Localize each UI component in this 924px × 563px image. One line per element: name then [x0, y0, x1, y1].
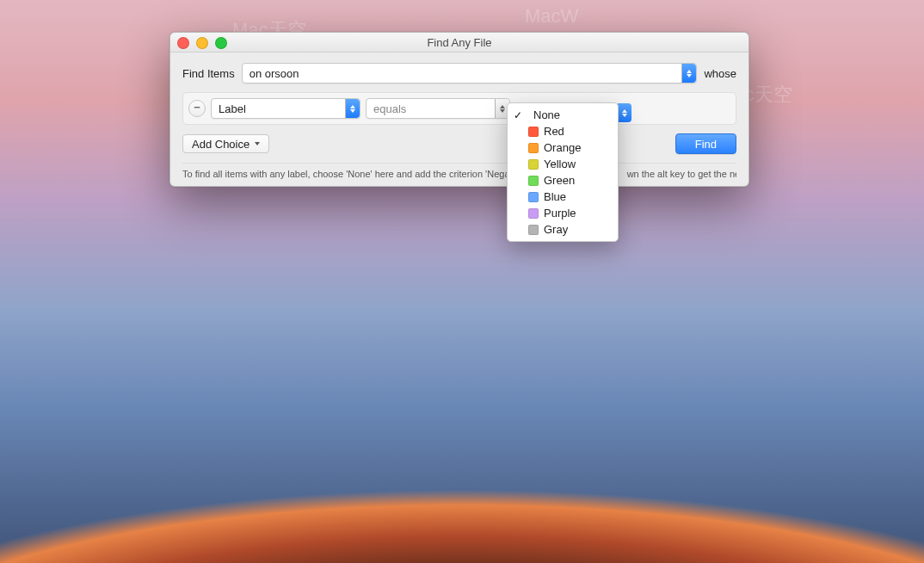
label-menu-item-red[interactable]: Red	[508, 123, 618, 139]
label-menu-item-green[interactable]: Green	[508, 172, 618, 189]
stepper-icon	[345, 99, 360, 118]
location-popup[interactable]: on orsoon	[242, 63, 698, 84]
criterion-row: − Label equals	[188, 98, 730, 119]
color-swatch	[528, 225, 539, 235]
checkmark-icon: ✓	[513, 109, 523, 121]
label-menu-item-orange[interactable]: Orange	[508, 139, 618, 156]
attribute-popup-value: Label	[212, 102, 345, 115]
hint-text-left: To find all items with any label, choose…	[182, 169, 510, 179]
stepper-icon	[681, 64, 696, 83]
desktop: Mac天空 Mac天空 MacW Find Any File Find Item…	[0, 0, 924, 563]
chevron-down-icon	[255, 142, 260, 145]
bottom-row: Add Choice Find	[182, 133, 736, 154]
menu-item-label: Gray	[544, 223, 609, 236]
label-menu-item-gray[interactable]: Gray	[508, 221, 618, 238]
color-swatch	[528, 127, 539, 137]
criteria-group: − Label equals	[182, 92, 736, 125]
hint-row: To find all items with any label, choose…	[182, 163, 736, 179]
menu-item-label: None	[533, 108, 609, 121]
window-content: Find Items on orsoon whose − Label	[170, 53, 748, 186]
window-close-button[interactable]	[177, 37, 189, 49]
menu-item-label: Orange	[544, 141, 609, 154]
label-menu-item-none[interactable]: ✓None	[508, 107, 618, 123]
window-minimize-button[interactable]	[196, 37, 208, 49]
menu-item-label: Blue	[544, 190, 609, 203]
find-items-label: Find Items	[182, 67, 235, 80]
find-button-label: Find	[695, 138, 717, 151]
value-popup-stepper[interactable]	[618, 103, 631, 122]
traffic-lights	[177, 37, 227, 49]
color-swatch	[528, 208, 539, 219]
attribute-popup[interactable]: Label	[211, 98, 360, 119]
add-choice-button[interactable]: Add Choice	[182, 134, 269, 153]
titlebar[interactable]: Find Any File	[170, 33, 748, 53]
label-value-menu[interactable]: ✓NoneRedOrangeYellowGreenBluePurpleGray	[507, 102, 619, 242]
window-zoom-button[interactable]	[215, 37, 227, 49]
color-swatch	[528, 176, 539, 186]
location-popup-value: on orsoon	[243, 67, 682, 80]
menu-item-label: Purple	[544, 207, 609, 220]
label-menu-item-purple[interactable]: Purple	[508, 205, 618, 221]
hint-text-right: wn the alt key to get the nega	[627, 169, 736, 179]
operator-popup-value: equals	[367, 102, 495, 115]
watermark: MacW	[525, 5, 578, 28]
menu-item-label: Green	[544, 174, 609, 187]
menu-item-label: Red	[544, 125, 609, 138]
add-choice-label: Add Choice	[192, 138, 249, 151]
find-button[interactable]: Find	[675, 133, 736, 154]
find-items-row: Find Items on orsoon whose	[182, 63, 736, 84]
label-menu-item-yellow[interactable]: Yellow	[508, 156, 618, 172]
whose-label: whose	[704, 67, 736, 80]
label-menu-item-blue[interactable]: Blue	[508, 189, 618, 205]
color-swatch	[528, 192, 539, 202]
remove-criterion-button[interactable]: −	[188, 100, 206, 117]
operator-popup[interactable]: equals	[366, 98, 510, 119]
window-title: Find Any File	[427, 36, 491, 49]
color-swatch	[528, 159, 539, 170]
color-swatch	[528, 143, 539, 153]
find-any-file-window: Find Any File Find Items on orsoon whose…	[169, 32, 749, 187]
menu-item-label: Yellow	[544, 158, 609, 170]
